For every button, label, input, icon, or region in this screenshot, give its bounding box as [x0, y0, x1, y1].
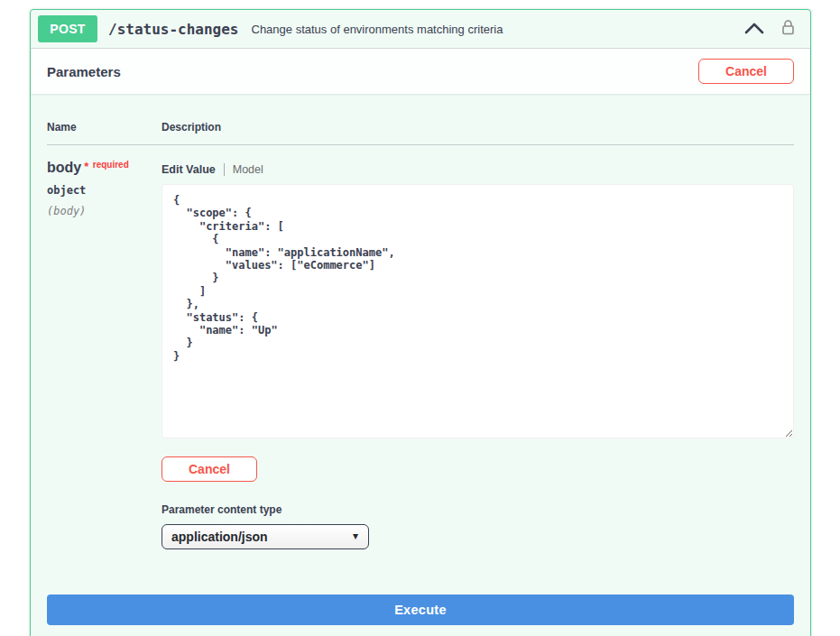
editor-tabs: Edit Value Model — [162, 163, 794, 176]
body-value-textarea[interactable]: { "scope": { "criteria": [ { "name": "ap… — [162, 184, 794, 438]
parameters-title: Parameters — [47, 64, 121, 79]
endpoint-summary: Change status of environments matching c… — [252, 23, 503, 36]
execute-button[interactable]: Execute — [47, 595, 794, 625]
parameters-table-header: Name Description — [47, 121, 794, 145]
opblock-summary[interactable]: POST /status-changes Change status of en… — [31, 10, 810, 49]
opblock-post-status-changes: POST /status-changes Change status of en… — [30, 9, 811, 636]
cancel-edit-button[interactable]: Cancel — [162, 456, 257, 482]
param-name: body — [47, 160, 81, 175]
authorize-lock-button[interactable] — [779, 17, 798, 41]
param-in: (body) — [47, 205, 162, 217]
parameters-table: Name Description body* required object (… — [31, 94, 810, 567]
method-badge: POST — [38, 15, 97, 42]
content-type-label: Parameter content type — [162, 503, 794, 516]
execute-wrapper: Execute — [31, 567, 810, 636]
content-type-select[interactable]: application/json — [162, 524, 369, 549]
tab-model[interactable]: Model — [225, 163, 263, 176]
endpoint-path: /status-changes — [108, 21, 239, 38]
chevron-up-icon — [744, 22, 764, 37]
col-header-description: Description — [162, 121, 794, 134]
table-row: body* required object (body) Edit Value … — [47, 145, 794, 549]
param-description-cell: Edit Value Model { "scope": { "criteria"… — [162, 160, 794, 549]
collapse-button[interactable] — [743, 20, 766, 39]
param-name-cell: body* required object (body) — [47, 160, 162, 549]
cancel-operation-button[interactable]: Cancel — [698, 59, 794, 84]
col-header-name: Name — [47, 121, 162, 134]
lock-icon — [780, 19, 796, 39]
tab-edit-value[interactable]: Edit Value — [162, 163, 224, 176]
required-marker: * required — [84, 160, 129, 175]
parameters-section-header: Parameters Cancel — [31, 49, 810, 94]
param-type: object — [47, 184, 162, 197]
content-type-select-wrap: application/json ▾ — [162, 524, 369, 549]
